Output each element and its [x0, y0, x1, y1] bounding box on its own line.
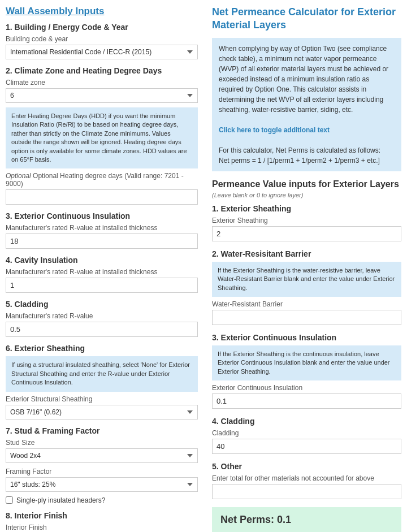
right-info-text-2: For this calculator, Net Perms is calcul…: [219, 145, 395, 155]
section-8: 8. Interior Finish Interior Finish Gypsu…: [6, 511, 198, 532]
sheathing-select[interactable]: OSB 7/16" (0.62) Plywood 1/2" (0.62) Non…: [6, 405, 198, 419]
toggle-link[interactable]: Click here to toggle additional text: [219, 126, 330, 134]
framing-factor-label: Framing Factor: [6, 468, 198, 475]
right-section-1: 1. Exterior Sheathing Exterior Sheathing: [212, 204, 401, 241]
right-info-text-1: When complying by way of Option Two (see…: [219, 44, 395, 115]
cladding-input[interactable]: [6, 322, 198, 337]
ext-ci-input[interactable]: [6, 233, 198, 249]
permeance-section-title: Permeance Value inputs for Exterior Laye…: [212, 179, 401, 189]
section-5: 5. Cladding Manufacturer's rated R-value: [6, 300, 198, 337]
right-section-5-title: 5. Other: [212, 462, 401, 471]
right-panel-title: Net Permeance Calculator for Exterior Ma…: [212, 6, 401, 32]
right-ci-info-box: If the Exterior Sheathing is the continu…: [212, 345, 401, 380]
left-panel: Wall Assembly Inputs 1. Building / Energ…: [6, 6, 206, 532]
right-section-3: 3. Exterior Continuous Insulation If the…: [212, 333, 401, 409]
right-section-5: 5. Other Enter total for other materials…: [212, 462, 401, 499]
right-ci-input[interactable]: [212, 393, 401, 409]
section-6: 6. Exterior Sheathing If using a structu…: [6, 344, 198, 419]
right-ext-sheathing-label: Exterior Sheathing: [212, 217, 401, 224]
interior-finish-label: Interior Finish: [6, 524, 198, 531]
right-ext-sheathing-input[interactable]: [212, 226, 401, 241]
net-perms-result: Net Perms: 0.1: [220, 514, 291, 525]
wvb-label: Water-Resistant Barrier: [212, 300, 401, 308]
section-1: 1. Building / Energy Code & Year Buildin…: [6, 23, 198, 59]
section-3-title: 3. Exterior Continuous Insulation: [6, 211, 198, 220]
right-panel: Net Permeance Calculator for Exterior Ma…: [206, 6, 401, 532]
result-box: Net Perms: 0.1: [212, 507, 401, 532]
building-code-label: Building code & year: [6, 35, 198, 43]
hdd-info-box: Enter Heating Degree Days (HDD) if you w…: [6, 107, 198, 168]
stud-size-select[interactable]: Wood 2x4 Wood 2x6 Wood 2x8: [6, 448, 198, 463]
section-7: 7. Stud & Framing Factor Stud Size Wood …: [6, 426, 198, 504]
leave-blank-note: (Leave blank or 0 to ignore layer): [212, 192, 401, 198]
right-section-1-title: 1. Exterior Sheathing: [212, 204, 401, 213]
wvb-info-box: If the Exterior Sheathing is the water-r…: [212, 262, 401, 297]
section-6-title: 6. Exterior Sheathing: [6, 344, 198, 353]
hdd-input[interactable]: [6, 189, 198, 205]
section-4: 4. Cavity Insulation Manufacturer's rate…: [6, 256, 198, 293]
sheathing-info-box: If using a structural insulated sheathin…: [6, 356, 198, 391]
right-info-box: When complying by way of Option Two (see…: [212, 38, 401, 171]
building-code-select[interactable]: International Residential Code / IECC-R …: [6, 45, 198, 59]
right-section-4-title: 4. Cladding: [212, 417, 401, 426]
right-section-2-title: 2. Water-Resisitant Barrier: [212, 249, 401, 258]
cavity-ins-input[interactable]: [6, 278, 198, 293]
right-cladding-label: Cladding: [212, 429, 401, 437]
section-1-title: 1. Building / Energy Code & Year: [6, 23, 198, 32]
right-section-3-title: 3. Exterior Continuous Insulation: [212, 333, 401, 342]
insulated-headers-label: Single-ply insulated headers?: [16, 496, 105, 504]
section-8-title: 8. Interior Finish: [6, 511, 198, 520]
section-3: 3. Exterior Continuous Insulation Manufa…: [6, 211, 198, 249]
stud-size-label: Stud Size: [6, 439, 198, 447]
section-4-title: 4. Cavity Insulation: [6, 256, 198, 265]
section-5-title: 5. Cladding: [6, 300, 198, 309]
right-section-4: 4. Cladding Cladding: [212, 417, 401, 454]
framing-factor-select[interactable]: 16" studs: 25% 24" studs: 22%: [6, 477, 198, 492]
wvb-input[interactable]: [212, 310, 401, 325]
hdd-label: Optional Optional Heating degree days (V…: [6, 172, 198, 188]
section-2: 2. Climate Zone and Heating Degree Days …: [6, 66, 198, 205]
ext-ci-label: Manufacturer's rated R-value at installe…: [6, 224, 198, 232]
cladding-label: Manufacturer's rated R-value: [6, 312, 198, 320]
section-2-title: 2. Climate Zone and Heating Degree Days: [6, 66, 198, 75]
sheathing-label: Exterior Structural Sheathing: [6, 395, 198, 403]
cavity-ins-label: Manufacturer's rated R-value at installe…: [6, 268, 198, 276]
right-section-2: 2. Water-Resisitant Barrier If the Exter…: [212, 249, 401, 325]
left-panel-title: Wall Assembly Inputs: [6, 6, 198, 17]
right-cladding-input[interactable]: [212, 439, 401, 454]
climate-zone-label: Climate zone: [6, 79, 198, 86]
right-ci-label: Exterior Continuous Insulation: [212, 384, 401, 392]
right-other-label: Enter total for other materials not acco…: [212, 474, 401, 482]
right-other-input[interactable]: [212, 484, 401, 499]
insulated-headers-checkbox[interactable]: [6, 496, 13, 504]
climate-zone-select[interactable]: 6 1234578: [6, 88, 198, 103]
section-7-title: 7. Stud & Framing Factor: [6, 426, 198, 435]
right-formula: Net perms = 1 / [1/perm1 + 1/perm2 + 1/p…: [219, 155, 395, 166]
